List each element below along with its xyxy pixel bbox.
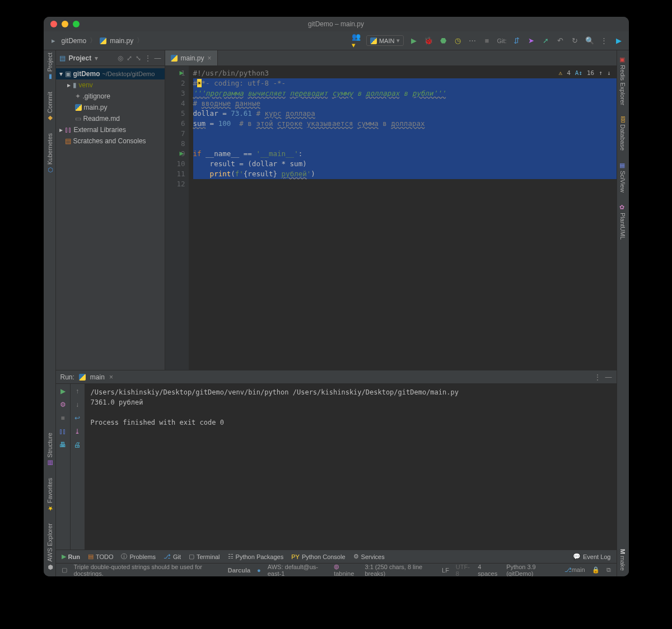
bottom-services[interactable]: ⚙Services bbox=[353, 553, 385, 560]
expand-icon[interactable]: ⤢ bbox=[127, 54, 132, 62]
run-output[interactable]: /Users/kishinskiy/Desktop/gitDemo/venv/b… bbox=[85, 384, 617, 550]
minimize-panel-icon[interactable]: — bbox=[155, 54, 161, 62]
print-icon[interactable]: 🖨 bbox=[74, 441, 81, 449]
tree-file-gitignore[interactable]: ✦ .gitignore bbox=[56, 91, 165, 102]
bottom-python-packages[interactable]: ☷Python Packages bbox=[228, 553, 284, 560]
collapse-icon[interactable]: ⤡ bbox=[136, 54, 141, 62]
coverage-button[interactable]: ⬣ bbox=[438, 36, 447, 45]
status-window-icon[interactable]: ▢ bbox=[62, 566, 67, 574]
line-separator[interactable]: LF bbox=[442, 567, 449, 574]
debug-button[interactable]: 🐞 bbox=[424, 36, 433, 45]
bottom-git[interactable]: ⎇Git bbox=[164, 553, 181, 560]
attach-button[interactable]: ⋯ bbox=[468, 36, 477, 45]
breadcrumb[interactable]: ▸ gitDemo 〉 main.py 〉 bbox=[49, 36, 144, 45]
run-button[interactable]: ▶ bbox=[409, 36, 418, 45]
close-window-button[interactable] bbox=[50, 21, 57, 27]
breadcrumb-root[interactable]: gitDemo bbox=[62, 37, 87, 45]
revert-icon[interactable]: ↻ bbox=[571, 36, 580, 45]
tool-project[interactable]: ▮Project bbox=[46, 53, 53, 81]
run-gutter-icon[interactable]: ▶ bbox=[180, 149, 184, 157]
branch-widget[interactable]: ⎇ main bbox=[564, 566, 585, 574]
stop-button[interactable]: ■ bbox=[482, 36, 491, 45]
stop-button[interactable]: ■ bbox=[60, 414, 64, 422]
lock-icon[interactable]: 🔒 bbox=[592, 566, 600, 574]
favorites-icon: ★ bbox=[46, 505, 53, 512]
rerun-button[interactable]: ▶ bbox=[60, 387, 66, 395]
_Indent[interactable]: 4 spaces bbox=[478, 564, 500, 577]
update-project-icon[interactable]: ⇵ bbox=[512, 36, 521, 45]
tool-kubernetes[interactable]: ⬡Kubernetes bbox=[46, 133, 53, 173]
search-icon[interactable]: 🔍 bbox=[585, 36, 594, 45]
tool-favorites[interactable]: ★Favorites bbox=[46, 478, 53, 512]
code-content[interactable]: #!/usr/bin/python3 #☀*- coding: utf-8 -*… bbox=[189, 66, 617, 370]
aws-widget[interactable]: AWS: default@us-east-1 bbox=[268, 564, 327, 577]
interpreter[interactable]: Python 3.9 (gitDemo) bbox=[506, 564, 558, 577]
run-config-name[interactable]: main bbox=[90, 373, 105, 381]
inspection-indicators[interactable]: ⚠4 A↕16 ↑ ↓ bbox=[559, 69, 611, 77]
minimize-window-button[interactable] bbox=[62, 21, 68, 27]
bottom-problems[interactable]: ⓘProblems bbox=[121, 552, 155, 561]
dropdown-icon[interactable]: ▾ bbox=[95, 54, 98, 62]
zoom-window-button[interactable] bbox=[73, 21, 80, 27]
soft-wrap-icon[interactable]: ↩ bbox=[74, 414, 80, 422]
bottom-run[interactable]: ▶Run bbox=[62, 553, 80, 560]
breadcrumb-file[interactable]: main.py bbox=[110, 37, 133, 45]
bottom-terminal[interactable]: ▢Terminal bbox=[189, 553, 220, 560]
run-action-toolbar: ▶ ⚙ ■ ⫿⫿ 🖶 bbox=[56, 384, 71, 550]
close-tab-icon[interactable]: × bbox=[208, 54, 212, 62]
next-highlight-icon[interactable]: ↓ bbox=[607, 69, 611, 77]
prev-highlight-icon[interactable]: ↑ bbox=[599, 69, 603, 77]
down-stack-icon[interactable]: ↓ bbox=[76, 401, 79, 409]
editor-tab-mainpy[interactable]: main.py × bbox=[165, 50, 218, 65]
push-icon[interactable]: ➚ bbox=[542, 36, 550, 45]
more-icon[interactable]: ⋮ bbox=[594, 373, 601, 381]
tree-root[interactable]: ▾ ▣ gitDemo ~/Desktop/gitDemo bbox=[56, 68, 165, 79]
profile-button[interactable]: ◷ bbox=[453, 36, 462, 45]
bottom-todo[interactable]: ▤TODO bbox=[88, 553, 114, 560]
tool-aws-explorer[interactable]: ⬢AWS Explorer bbox=[46, 523, 53, 571]
target-icon[interactable]: ◎ bbox=[118, 54, 123, 62]
pin-button[interactable]: 🖶 bbox=[59, 441, 66, 449]
layout-button[interactable]: ⫿⫿ bbox=[59, 428, 66, 435]
memory-icon[interactable]: ⧉ bbox=[606, 566, 611, 574]
up-stack-icon[interactable]: ↑ bbox=[76, 387, 79, 395]
status-hint: Triple double-quoted strings should be u… bbox=[74, 564, 221, 577]
cursor-position[interactable]: 3:1 (250 chars, 8 line breaks) bbox=[365, 564, 436, 577]
minimize-panel-icon[interactable]: — bbox=[605, 373, 612, 381]
tool-structure[interactable]: ▥Structure bbox=[46, 433, 53, 467]
scroll-end-icon[interactable]: ⤓ bbox=[74, 428, 80, 435]
code-editor[interactable]: 123456789101112 ▶ ▶ #!/usr/bin/python3 #… bbox=[165, 66, 617, 370]
tool-sciview[interactable]: ▦SciView bbox=[619, 162, 627, 193]
folder-icon: ▸ bbox=[49, 36, 58, 45]
breadcrumb-sep: 〉 bbox=[137, 36, 143, 45]
tree-venv[interactable]: ▸ ▮ venv bbox=[56, 79, 165, 91]
code-with-me-icon[interactable]: 👥▾ bbox=[352, 36, 361, 45]
tool-commit[interactable]: ◆Commit bbox=[46, 92, 53, 122]
run-settings-button[interactable]: ⚙ bbox=[60, 401, 66, 409]
bottom-python-console[interactable]: PYPython Console bbox=[291, 553, 345, 560]
tool-plantuml[interactable]: ✿PlantUML bbox=[619, 204, 627, 240]
commit-icon[interactable]: ➤ bbox=[527, 36, 536, 45]
titlebar: gitDemo – main.py bbox=[44, 17, 629, 31]
theme-widget[interactable]: Darcula bbox=[228, 567, 250, 574]
tree-file-readme[interactable]: ▭ Readme.md bbox=[56, 113, 165, 124]
tree-file-mainpy[interactable]: main.py bbox=[56, 102, 165, 113]
history-icon[interactable]: ↶ bbox=[556, 36, 565, 45]
tabnine-widget[interactable]: ◍ tabnine bbox=[334, 563, 358, 576]
tool-make[interactable]: Mmake bbox=[619, 549, 626, 571]
tree-external-libs[interactable]: ▸ ⫿⫿ External Libraries bbox=[56, 124, 165, 135]
run-gutter-icon[interactable]: ▶ bbox=[180, 68, 184, 77]
more-icon[interactable]: ⋮ bbox=[600, 36, 609, 45]
run-config-selector[interactable]: MAIN ▾ bbox=[366, 35, 404, 46]
tree-scratches[interactable]: ▸ ▤ Scratches and Consoles bbox=[56, 135, 165, 147]
tool-redis[interactable]: ▣Redis Explorer bbox=[619, 56, 627, 105]
encoding[interactable]: UTF-8 bbox=[456, 564, 471, 577]
close-tab-icon[interactable]: × bbox=[109, 373, 113, 381]
project-view-label[interactable]: Project bbox=[69, 54, 92, 62]
gear-icon[interactable]: ⋮ bbox=[144, 54, 151, 62]
output-exit: Process finished with exit code 0 bbox=[91, 417, 611, 428]
toolbox-icon[interactable]: ▶ bbox=[614, 36, 623, 45]
packages-icon: ☷ bbox=[228, 553, 234, 560]
tool-database[interactable]: 🗄Database bbox=[619, 116, 626, 151]
event-log-button[interactable]: 💬Event Log bbox=[573, 553, 611, 560]
